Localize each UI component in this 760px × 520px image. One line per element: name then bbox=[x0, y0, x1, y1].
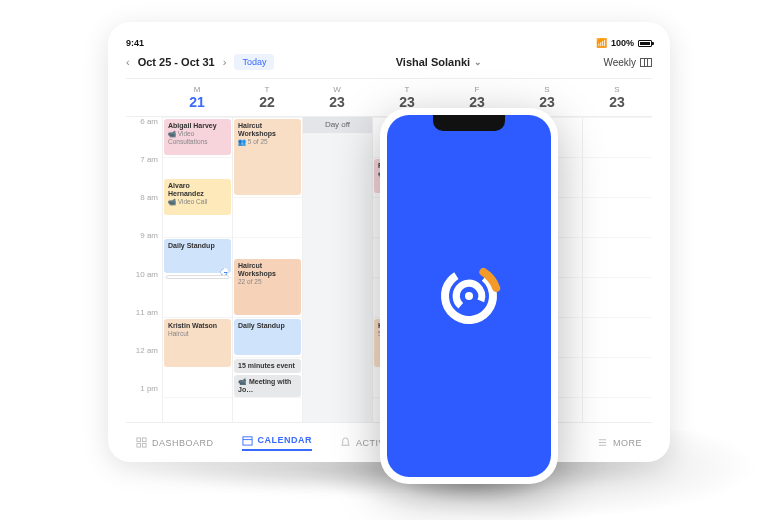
nav-more[interactable]: MORE bbox=[597, 437, 642, 448]
day-column bbox=[582, 117, 652, 422]
nav-more-label: MORE bbox=[613, 438, 642, 448]
svg-rect-3 bbox=[137, 443, 141, 447]
hour-label: 9 am bbox=[126, 231, 162, 269]
status-time: 9:41 bbox=[126, 38, 144, 48]
status-bar: 9:41 📶 100% bbox=[126, 38, 652, 48]
phone-device bbox=[380, 108, 558, 484]
next-week-button[interactable]: › bbox=[223, 56, 227, 68]
hour-label: 1 pm bbox=[126, 384, 162, 422]
day-off-banner: Day off bbox=[303, 117, 372, 133]
dashboard-icon bbox=[136, 437, 147, 448]
day-column: Haircut Workshops👥 5 of 25Haircut Worksh… bbox=[232, 117, 302, 422]
calendar-event[interactable]: Daily Standup bbox=[234, 319, 301, 355]
date-range[interactable]: Oct 25 - Oct 31 bbox=[138, 56, 215, 68]
day-number: 21 bbox=[162, 94, 232, 110]
svg-rect-4 bbox=[142, 443, 146, 447]
calendar-event[interactable]: Haircut Workshops22 of 25 bbox=[234, 259, 301, 315]
event-title: Haircut Workshops bbox=[238, 262, 297, 278]
day-of-week: S bbox=[582, 85, 652, 94]
nav-calendar[interactable]: CALENDAR bbox=[242, 435, 313, 451]
day-of-week: M bbox=[162, 85, 232, 94]
hour-label: 6 am bbox=[126, 117, 162, 155]
event-subtitle: 22 of 25 bbox=[238, 278, 297, 285]
hour-label: 10 am bbox=[126, 270, 162, 308]
event-title: Haircut Workshops bbox=[238, 122, 297, 138]
event-subtitle: 📹 Video Call bbox=[168, 198, 227, 206]
svg-point-12 bbox=[465, 292, 473, 300]
day-header-row: M21T22W23T23F23S23S23 bbox=[126, 78, 652, 117]
event-title: Daily Standup bbox=[168, 242, 227, 250]
day-number: 23 bbox=[302, 94, 372, 110]
columns-icon bbox=[640, 58, 652, 67]
day-of-week: W bbox=[302, 85, 372, 94]
wifi-icon: 📶 bbox=[596, 38, 607, 48]
phone-screen bbox=[387, 115, 551, 477]
menu-icon bbox=[597, 437, 608, 448]
hour-label: 12 am bbox=[126, 346, 162, 384]
app-logo-icon bbox=[429, 256, 509, 336]
calendar-icon bbox=[242, 435, 253, 446]
nav-calendar-label: CALENDAR bbox=[258, 435, 313, 445]
event-title: Abigail Harvey bbox=[168, 122, 227, 130]
hour-label: 8 am bbox=[126, 193, 162, 231]
battery-percent: 100% bbox=[611, 38, 634, 48]
day-header[interactable]: W23 bbox=[302, 79, 372, 116]
svg-rect-2 bbox=[142, 438, 146, 442]
calendar-header: ‹ Oct 25 - Oct 31 › Today Vishal Solanki… bbox=[126, 54, 652, 70]
time-axis: 6 am7 am8 am9 am10 am11 am12 am1 pm bbox=[126, 117, 162, 422]
day-column: Abigail Harvey📹 Video ConsultationsAlvar… bbox=[162, 117, 232, 422]
day-of-week: T bbox=[232, 85, 302, 94]
calendar-event[interactable]: 15 minutes event bbox=[234, 359, 301, 373]
day-of-week: F bbox=[442, 85, 512, 94]
nav-dashboard[interactable]: DASHBOARD bbox=[136, 435, 214, 451]
today-button[interactable]: Today bbox=[234, 54, 274, 70]
event-title: 📹 Meeting with Jo… bbox=[238, 378, 297, 394]
svg-rect-1 bbox=[137, 438, 141, 442]
view-mode-toggle[interactable]: Weekly bbox=[603, 57, 652, 68]
calendar-event[interactable]: 📹 Meeting with Jo… bbox=[234, 375, 301, 397]
event-title: Alvaro Hernandez bbox=[168, 182, 227, 198]
hour-label: 11 am bbox=[126, 308, 162, 346]
day-column: Day off bbox=[302, 117, 372, 422]
chevron-down-icon: ⌄ bbox=[474, 57, 482, 67]
day-of-week: S bbox=[512, 85, 582, 94]
event-subtitle: 📹 Video Consultations bbox=[168, 130, 227, 145]
bell-icon bbox=[340, 437, 351, 448]
calendar-event[interactable]: Abigail Harvey📹 Video Consultations bbox=[164, 119, 231, 155]
nav-dashboard-label: DASHBOARD bbox=[152, 438, 214, 448]
view-mode-label: Weekly bbox=[603, 57, 636, 68]
user-name: Vishal Solanki bbox=[396, 56, 470, 68]
prev-week-button[interactable]: ‹ bbox=[126, 56, 130, 68]
hour-label: 7 am bbox=[126, 155, 162, 193]
event-title: 15 minutes event bbox=[238, 362, 297, 370]
battery-icon bbox=[638, 40, 652, 47]
day-header[interactable]: S23 bbox=[582, 79, 652, 116]
event-subtitle: 👥 5 of 25 bbox=[238, 138, 297, 146]
user-selector[interactable]: Vishal Solanki ⌄ bbox=[396, 56, 482, 68]
day-header[interactable]: M21 bbox=[162, 79, 232, 116]
calendar-event[interactable]: Alvaro Hernandez📹 Video Call bbox=[164, 179, 231, 215]
calendar-event[interactable]: Haircut Workshops👥 5 of 25 bbox=[234, 119, 301, 195]
svg-rect-5 bbox=[242, 436, 251, 444]
day-number: 23 bbox=[582, 94, 652, 110]
event-title: Daily Standup bbox=[238, 322, 297, 330]
day-of-week: T bbox=[372, 85, 442, 94]
day-number: 22 bbox=[232, 94, 302, 110]
day-header[interactable]: T22 bbox=[232, 79, 302, 116]
google-icon bbox=[219, 267, 229, 419]
phone-notch bbox=[433, 115, 505, 131]
